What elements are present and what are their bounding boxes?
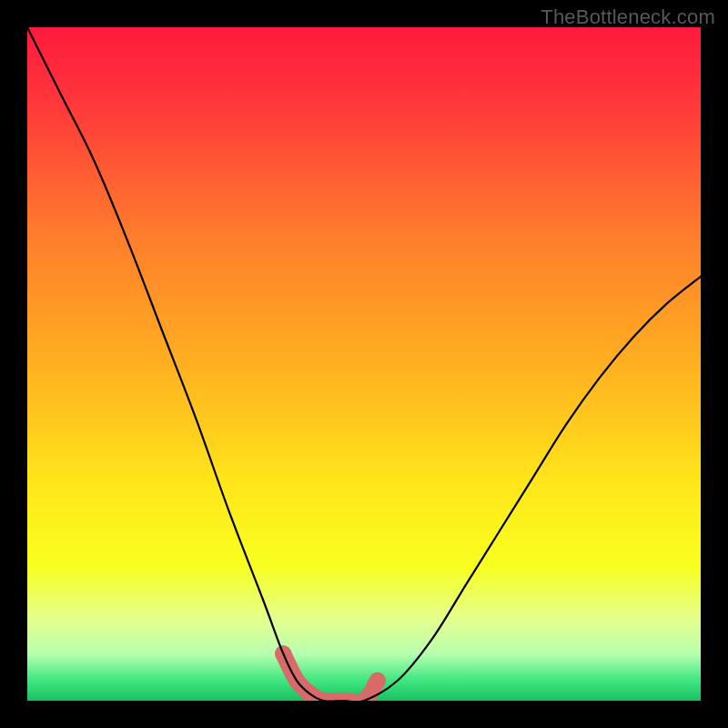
optimal-zone-marker	[369, 672, 386, 689]
watermark-text: TheBottleneck.com	[541, 5, 715, 29]
bottleneck-chart	[27, 27, 701, 701]
plot-area	[27, 27, 701, 701]
gradient-background	[27, 27, 701, 701]
chart-frame: TheBottleneck.com	[0, 0, 728, 728]
